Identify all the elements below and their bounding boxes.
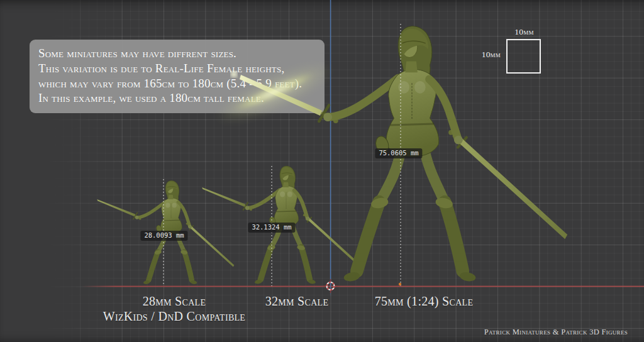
scale-label-28mm: 28mm Scale xyxy=(143,294,206,309)
measurement-label-75mm: 75.0605 mm xyxy=(375,148,422,158)
info-box: Some miniatures may have diffrent sizes.… xyxy=(30,40,325,113)
info-line-1: Some miniatures may have diffrent sizes. xyxy=(38,46,325,61)
scale-sublabel-28mm: WizKids / DnD Compatible xyxy=(103,309,245,324)
measure-endpoint-dot xyxy=(399,283,401,285)
reference-square-10mm xyxy=(506,39,541,74)
measurement-label-28mm: 28.0093 mm xyxy=(140,231,187,241)
reference-square-side-label: 10mm xyxy=(482,50,501,60)
axis-x-line xyxy=(82,286,644,287)
measurement-label-32mm: 32.1324 mm xyxy=(248,223,295,233)
info-line-3: which may vary from 165cm to 180cm (5.4 … xyxy=(38,76,325,91)
axis-z-line xyxy=(330,0,331,297)
scale-label-32mm: 32mm Scale xyxy=(265,294,329,309)
info-line-4: In this example, we used a 180cm tall fe… xyxy=(38,91,325,106)
reference-square-top-label: 10mm xyxy=(506,27,542,37)
scale-label-75mm: 75mm (1:24) Scale xyxy=(375,294,474,309)
credit-text: Patrick Miniatures & Patrick 3D Figures xyxy=(484,328,628,337)
info-line-2: This variation is due to Real-Life Femal… xyxy=(38,61,325,76)
viewport-3d[interactable]: Some miniatures may have diffrent sizes.… xyxy=(0,0,644,342)
